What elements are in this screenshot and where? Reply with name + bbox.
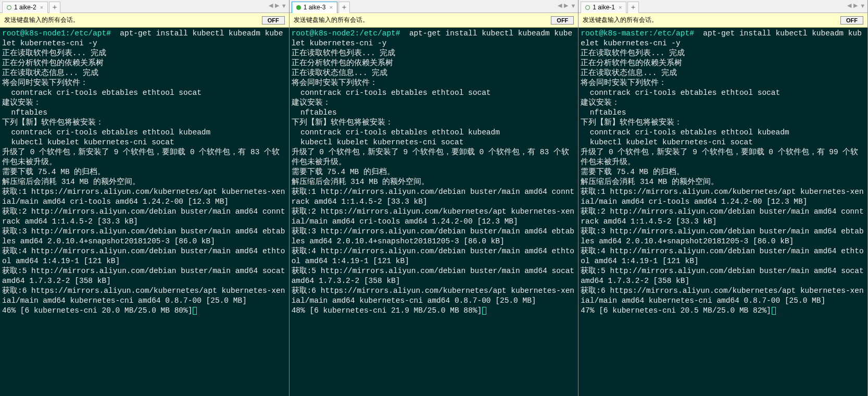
nav-prev-icon[interactable]: ◀ xyxy=(558,2,562,9)
nav-next-icon[interactable]: ▶ xyxy=(275,2,279,9)
session-tab[interactable]: 1 aike-2 × xyxy=(2,2,48,13)
nav-dropdown-icon[interactable]: ▼ xyxy=(860,3,865,9)
terminal-body: 正在读取软件包列表... 完成 正在分析软件包的依赖关系树 正在读取状态信息..… xyxy=(2,49,289,305)
nav-dropdown-icon[interactable]: ▼ xyxy=(281,3,287,9)
download-progress: 46% [6 kubernetes-cni 20.0 MB/25.0 MB 80… xyxy=(2,306,192,315)
nav-dropdown-icon[interactable]: ▼ xyxy=(570,3,576,9)
status-dot-icon xyxy=(585,5,590,10)
terminal-body: 正在读取软件包列表... 完成 正在分析软件包的依赖关系树 正在读取状态信息..… xyxy=(581,49,867,305)
close-icon[interactable]: × xyxy=(619,4,622,10)
shell-prompt: root@k8s-node2:/etc/apt# xyxy=(292,29,400,38)
tab-label: 1 aike-1 xyxy=(593,4,615,11)
nav-next-icon[interactable]: ▶ xyxy=(853,2,858,9)
broadcast-label: 发送键盘输入的所有会话。 xyxy=(294,16,369,24)
terminal-output[interactable]: root@k8s-master:/etc/apt# apt-get instal… xyxy=(578,28,867,396)
terminal-pane-3: 1 aike-1 × ＋ ◀ ▶ ▼ 发送键盘输入的所有会话。 OFF root… xyxy=(578,0,868,396)
broadcast-bar: 发送键盘输入的所有会话。 OFF xyxy=(578,13,867,28)
terminal-body: 正在读取软件包列表... 完成 正在分析软件包的依赖关系树 正在读取状态信息..… xyxy=(292,49,578,305)
tab-nav: ◀ ▶ ▼ xyxy=(558,2,576,9)
broadcast-label: 发送键盘输入的所有会话。 xyxy=(583,16,658,24)
shell-prompt: root@k8s-master:/etc/apt# xyxy=(581,29,694,38)
download-progress: 48% [6 kubernetes-cni 21.9 MB/25.0 MB 88… xyxy=(292,306,482,315)
nav-prev-icon[interactable]: ◀ xyxy=(269,2,273,9)
add-tab-button[interactable]: ＋ xyxy=(627,2,639,13)
status-dot-icon xyxy=(7,5,11,10)
broadcast-toggle-button[interactable]: OFF xyxy=(262,16,285,24)
nav-next-icon[interactable]: ▶ xyxy=(564,2,568,9)
add-tab-button[interactable]: ＋ xyxy=(338,2,350,13)
terminal-pane-2: 1 aike-3 × ＋ ◀ ▶ ▼ 发送键盘输入的所有会话。 OFF root… xyxy=(290,0,579,396)
tab-bar: 1 aike-2 × ＋ ◀ ▶ ▼ xyxy=(0,0,289,13)
add-tab-button[interactable]: ＋ xyxy=(49,2,60,13)
broadcast-label: 发送键盘输入的所有会话。 xyxy=(4,16,79,24)
broadcast-bar: 发送键盘输入的所有会话。 OFF xyxy=(0,13,289,28)
status-dot-icon xyxy=(296,5,301,10)
tab-bar: 1 aike-1 × ＋ ◀ ▶ ▼ xyxy=(578,0,867,13)
tab-nav: ◀ ▶ ▼ xyxy=(269,2,287,9)
broadcast-toggle-button[interactable]: OFF xyxy=(551,16,574,24)
shell-prompt: root@k8s-node1:/etc/apt# xyxy=(2,29,111,38)
tab-nav: ◀ ▶ ▼ xyxy=(847,2,865,9)
nav-prev-icon[interactable]: ◀ xyxy=(847,2,851,9)
download-progress: 47% [6 kubernetes-cni 20.5 MB/25.0 MB 82… xyxy=(581,306,771,315)
tab-bar: 1 aike-3 × ＋ ◀ ▶ ▼ xyxy=(290,0,578,13)
cursor-icon xyxy=(482,307,486,315)
session-tab[interactable]: 1 aike-3 × xyxy=(292,2,337,13)
cursor-icon xyxy=(772,307,776,315)
broadcast-bar: 发送键盘输入的所有会话。 OFF xyxy=(290,13,578,28)
broadcast-toggle-button[interactable]: OFF xyxy=(840,16,863,24)
session-tab[interactable]: 1 aike-1 × xyxy=(581,2,626,13)
terminal-output[interactable]: root@k8s-node2:/etc/apt# apt-get install… xyxy=(290,28,578,396)
terminal-pane-1: 1 aike-2 × ＋ ◀ ▶ ▼ 发送键盘输入的所有会话。 OFF root… xyxy=(0,0,290,396)
close-icon[interactable]: × xyxy=(329,4,332,10)
tab-label: 1 aike-2 xyxy=(14,4,36,11)
close-icon[interactable]: × xyxy=(40,4,43,10)
cursor-icon xyxy=(193,307,197,315)
terminal-output[interactable]: root@k8s-node1:/etc/apt# apt-get install… xyxy=(0,28,289,396)
tab-label: 1 aike-3 xyxy=(304,4,326,11)
